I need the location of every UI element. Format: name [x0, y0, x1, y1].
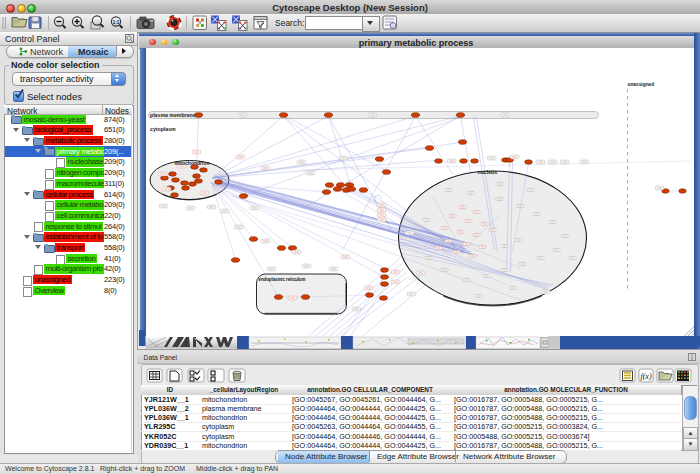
svg-text:nucleus: nucleus: [477, 169, 497, 175]
svg-text:1:1: 1:1: [113, 20, 120, 25]
svg-text:plasma membrane: plasma membrane: [150, 112, 196, 118]
svg-text:endoplasmic reticulum: endoplasmic reticulum: [258, 277, 305, 282]
svg-text:mitochondrion: mitochondrion: [174, 160, 209, 166]
svg-text:f(x): f(x): [640, 372, 651, 381]
svg-text:cytoplasm: cytoplasm: [150, 126, 176, 132]
svg-text:unassigned: unassigned: [627, 82, 654, 87]
